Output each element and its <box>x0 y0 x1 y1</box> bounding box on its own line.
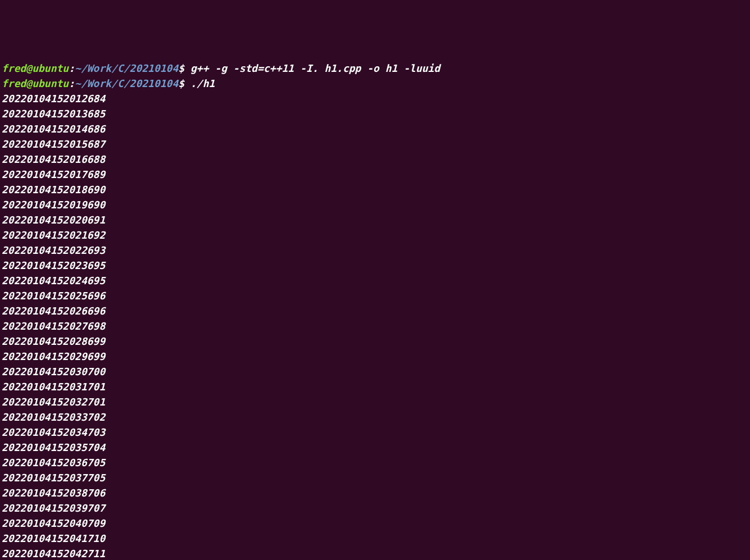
output-line: 20220104152032701 <box>2 394 748 409</box>
output-line: 20220104152017689 <box>2 167 748 182</box>
output-line: 20220104152029699 <box>2 349 748 364</box>
output-line: 20220104152013685 <box>2 106 748 121</box>
output-line: 20220104152016688 <box>2 152 748 167</box>
command-text: ./h1 <box>184 78 215 89</box>
prompt-dollar: $ <box>178 62 184 74</box>
prompt-dollar: $ <box>178 78 184 89</box>
prompt-path: ~/Work/C/20210104 <box>75 78 178 89</box>
prompt-line-2: fred@ubuntu:~/Work/C/20210104$ ./h1 <box>2 76 748 91</box>
output-line: 20220104152022693 <box>2 243 748 258</box>
output-line: 20220104152035704 <box>2 440 748 455</box>
output-line: 20220104152019690 <box>2 197 748 212</box>
prompt-user: fred@ubuntu <box>2 62 69 74</box>
output-line: 20220104152015687 <box>2 136 748 152</box>
output-line: 20220104152041710 <box>2 531 748 546</box>
output-line: 20220104152033702 <box>2 409 748 425</box>
output-line: 20220104152036705 <box>2 455 748 470</box>
output-line: 20220104152024695 <box>2 273 748 288</box>
prompt-colon: : <box>69 62 75 74</box>
prompt-path: ~/Work/C/20210104 <box>75 62 178 74</box>
output-line: 20220104152012684 <box>2 91 748 106</box>
output-line: 20220104152018690 <box>2 182 748 197</box>
output-line: 20220104152026696 <box>2 303 748 318</box>
prompt-colon: : <box>69 78 75 89</box>
command-text: g++ -g -std=c++11 -I. h1.cpp -o h1 -luui… <box>184 62 440 74</box>
output-line: 20220104152025696 <box>2 288 748 303</box>
output-line: 20220104152042711 <box>2 546 748 560</box>
output-line: 20220104152031701 <box>2 379 748 394</box>
output-line: 20220104152014686 <box>2 121 748 136</box>
output-line: 20220104152021692 <box>2 227 748 243</box>
terminal-window[interactable]: fred@ubuntu:~/Work/C/20210104$ g++ -g -s… <box>2 61 748 560</box>
output-line: 20220104152040709 <box>2 516 748 531</box>
output-line: 20220104152027698 <box>2 318 748 334</box>
output-line: 20220104152020691 <box>2 212 748 227</box>
prompt-line-1: fred@ubuntu:~/Work/C/20210104$ g++ -g -s… <box>2 61 748 76</box>
output-line: 20220104152039707 <box>2 500 748 516</box>
output-line: 20220104152023695 <box>2 258 748 273</box>
output-line: 20220104152037705 <box>2 470 748 485</box>
prompt-user: fred@ubuntu <box>2 78 69 89</box>
output-line: 20220104152034703 <box>2 425 748 440</box>
output-line: 20220104152038706 <box>2 485 748 500</box>
output-line: 20220104152028699 <box>2 334 748 349</box>
output-line: 20220104152030700 <box>2 364 748 379</box>
